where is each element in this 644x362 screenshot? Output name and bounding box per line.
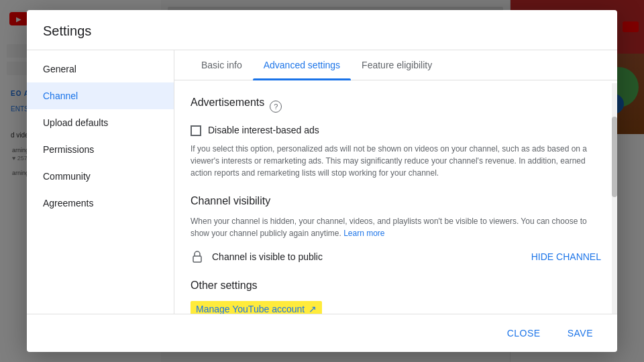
- learn-more-link[interactable]: Learn more: [343, 229, 384, 238]
- manage-yt-link-wrap: Manage YouTube account ↗: [191, 301, 601, 314]
- hide-channel-button[interactable]: HIDE CHANNEL: [531, 251, 601, 262]
- visibility-left: Channel is visible to public: [191, 250, 323, 263]
- disable-ads-row: Disable interest-based ads: [191, 125, 601, 136]
- channel-visibility-title: Channel visibility: [191, 195, 601, 207]
- visibility-status-row: Channel is visible to public HIDE CHANNE…: [191, 250, 601, 263]
- channel-visibility-section: Channel visibility When your channel is …: [191, 195, 601, 263]
- visibility-status-text: Channel is visible to public: [212, 251, 323, 262]
- advertisements-title-row: Advertisements ?: [191, 97, 601, 117]
- advertisements-description: If you select this option, personalized …: [191, 143, 601, 179]
- disable-ads-checkbox[interactable]: [191, 125, 201, 136]
- sidebar-item-upload-defaults[interactable]: Upload defaults: [27, 109, 174, 136]
- other-settings-section: Other settings Manage YouTube account ↗ …: [191, 280, 601, 314]
- channel-visibility-description: When your channel is hidden, your channe…: [191, 215, 601, 239]
- advertisements-title: Advertisements: [191, 97, 264, 109]
- dialog-title: Settings: [43, 23, 601, 39]
- modal-overlay: Settings General Channel Upload defaults…: [0, 0, 644, 362]
- sidebar-item-permissions[interactable]: Permissions: [27, 136, 174, 163]
- sidebar-item-general[interactable]: General: [27, 56, 174, 82]
- other-settings-title: Other settings: [191, 280, 601, 292]
- manage-yt-label: Manage YouTube account: [196, 304, 305, 314]
- manage-yt-external-icon: ↗: [309, 304, 317, 314]
- tabs-bar: Basic info Advanced settings Feature eli…: [174, 50, 617, 80]
- disable-ads-label: Disable interest-based ads: [208, 125, 319, 135]
- svg-rect-0: [193, 256, 201, 262]
- scroll-track: [612, 83, 617, 314]
- lock-icon: [191, 250, 204, 263]
- dialog-footer: CLOSE SAVE: [27, 314, 617, 352]
- dialog-body: General Channel Upload defaults Permissi…: [27, 50, 617, 314]
- tab-advanced-settings[interactable]: Advanced settings: [253, 50, 351, 80]
- advertisements-help-icon[interactable]: ?: [270, 101, 282, 113]
- settings-dialog: Settings General Channel Upload defaults…: [27, 10, 617, 352]
- save-button[interactable]: SAVE: [557, 322, 604, 344]
- dialog-header: Settings: [27, 10, 617, 50]
- settings-sidebar: General Channel Upload defaults Permissi…: [27, 50, 174, 314]
- advertisements-section: Advertisements ? Disable interest-based …: [191, 97, 601, 179]
- settings-content[interactable]: Advertisements ? Disable interest-based …: [174, 80, 617, 314]
- sidebar-item-community[interactable]: Community: [27, 163, 174, 190]
- settings-main: Basic info Advanced settings Feature eli…: [174, 50, 617, 314]
- tab-feature-eligibility[interactable]: Feature eligibility: [351, 50, 443, 80]
- scroll-thumb[interactable]: [612, 117, 617, 197]
- close-button[interactable]: CLOSE: [496, 322, 551, 344]
- manage-youtube-account-link[interactable]: Manage YouTube account ↗: [191, 301, 322, 314]
- sidebar-item-channel[interactable]: Channel: [27, 82, 174, 109]
- sidebar-item-agreements[interactable]: Agreements: [27, 190, 174, 217]
- tab-basic-info[interactable]: Basic info: [191, 50, 253, 80]
